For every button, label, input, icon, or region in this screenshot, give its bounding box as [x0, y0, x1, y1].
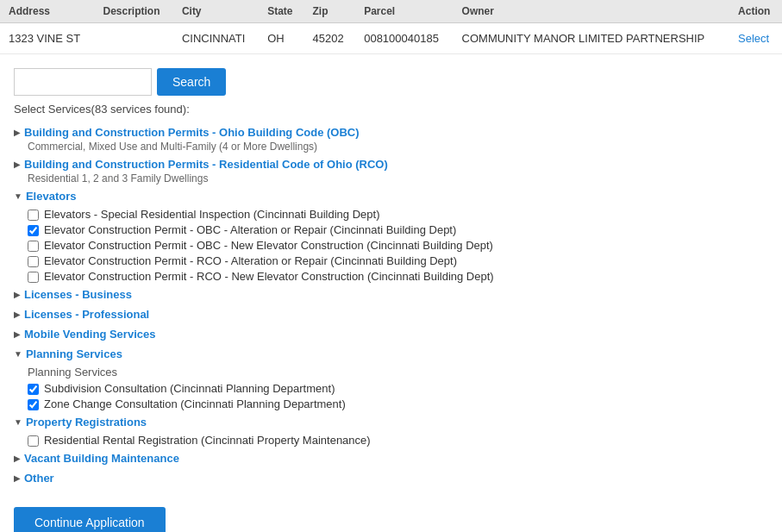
checkbox-label-elev4[interactable]: Elevator Construction Permit - RCO - Alt… — [44, 254, 457, 267]
group-items-property-registrations: Residential Rental Registration (Cincinn… — [28, 434, 768, 447]
service-group-elevators: ▼ElevatorsElevators - Special Residentia… — [14, 188, 768, 283]
checkbox-label-elev5[interactable]: Elevator Construction Permit - RCO - New… — [44, 270, 494, 283]
checkbox-elev5[interactable] — [28, 272, 39, 283]
service-group-licenses-business: ▶Licenses - Business — [14, 286, 768, 303]
checkbox-item-prop1: Residential Rental Registration (Cincinn… — [28, 434, 768, 447]
service-group-planning: ▼Planning ServicesPlanning ServicesSubdi… — [14, 346, 768, 410]
expand-arrow-icon: ▶ — [14, 329, 21, 339]
checkbox-item-plan2: Zone Change Consultation (Cincinnati Pla… — [28, 397, 768, 410]
group-items-planning: Planning ServicesSubdivision Consultatio… — [28, 366, 768, 410]
cell-owner: COMMUNITY MANOR LIMITED PARTNERSHIP — [454, 23, 729, 54]
service-group-property-registrations: ▼Property RegistrationsResidential Renta… — [14, 414, 768, 447]
cell-description — [95, 23, 173, 54]
cell-parcel: 008100040185 — [355, 23, 453, 54]
group-header-rco[interactable]: ▶Building and Construction Permits - Res… — [14, 156, 768, 172]
group-title-vacant-building: Vacant Building Maintenance — [24, 452, 179, 465]
search-input[interactable] — [14, 68, 152, 96]
cell-action: Select — [729, 23, 782, 54]
continue-area: Continue Application — [0, 490, 782, 532]
checkbox-item-elev1: Elevators - Special Residential Inspecti… — [28, 208, 768, 221]
services-label: Select Services(83 services found): — [14, 103, 768, 116]
table-header-zip: Zip — [304, 0, 356, 23]
group-title-obc: Building and Construction Permits - Ohio… — [24, 126, 360, 139]
expand-arrow-icon: ▶ — [14, 160, 21, 169]
group-header-vacant-building[interactable]: ▶Vacant Building Maintenance — [14, 450, 768, 466]
cell-address: 1323 VINE ST — [0, 23, 95, 54]
group-title-elevators: Elevators — [26, 190, 77, 203]
table-header-description: Description — [95, 0, 173, 23]
checkbox-plan2[interactable] — [28, 399, 39, 410]
collapse-arrow-icon: ▼ — [14, 417, 22, 427]
collapse-arrow-icon: ▼ — [14, 191, 22, 201]
expand-arrow-icon: ▶ — [14, 290, 21, 299]
group-header-planning[interactable]: ▼Planning Services — [14, 346, 768, 362]
table-header-parcel: Parcel — [355, 0, 453, 23]
checkbox-label-elev3[interactable]: Elevator Construction Permit - OBC - New… — [44, 239, 493, 252]
group-title-planning: Planning Services — [26, 347, 122, 360]
services-area: ▶Building and Construction Permits - Ohi… — [0, 124, 782, 486]
group-header-other[interactable]: ▶Other — [14, 470, 768, 486]
expand-arrow-icon: ▶ — [14, 473, 21, 483]
checkbox-prop1[interactable] — [28, 435, 39, 447]
checkbox-label-plan2[interactable]: Zone Change Consultation (Cincinnati Pla… — [44, 397, 346, 410]
checkbox-plan1[interactable] — [28, 384, 39, 395]
search-row: Search — [14, 68, 768, 96]
group-header-obc[interactable]: ▶Building and Construction Permits - Ohi… — [14, 124, 768, 141]
search-area: Search Select Services(83 services found… — [0, 54, 782, 116]
collapse-arrow-icon: ▼ — [14, 349, 22, 359]
checkbox-item-plan1: Subdivision Consultation (Cincinnati Pla… — [28, 382, 768, 395]
table-header-owner: Owner — [454, 0, 729, 23]
group-title-other: Other — [24, 472, 54, 485]
cell-state: OH — [259, 23, 303, 54]
checkbox-item-elev3: Elevator Construction Permit - OBC - New… — [28, 239, 768, 252]
service-group-other: ▶Other — [14, 470, 768, 486]
expand-arrow-icon: ▶ — [14, 128, 21, 137]
group-subtitle-obc: Commercial, Mixed Use and Multi-Family (… — [28, 141, 768, 153]
group-title-property-registrations: Property Registrations — [26, 416, 147, 429]
checkbox-elev2[interactable] — [28, 225, 39, 236]
table-header-address: Address — [0, 0, 95, 23]
group-header-property-registrations[interactable]: ▼Property Registrations — [14, 414, 768, 430]
results-table: AddressDescriptionCityStateZipParcelOwne… — [0, 0, 782, 54]
group-title-mobile-vending: Mobile Vending Services — [24, 328, 155, 341]
group-header-licenses-business[interactable]: ▶Licenses - Business — [14, 286, 768, 303]
checkbox-label-elev1[interactable]: Elevators - Special Residential Inspecti… — [44, 208, 379, 221]
checkbox-label-elev2[interactable]: Elevator Construction Permit - OBC - Alt… — [44, 223, 456, 236]
checkbox-item-elev5: Elevator Construction Permit - RCO - New… — [28, 270, 768, 283]
table-header-state: State — [259, 0, 303, 23]
cell-zip: 45202 — [304, 23, 356, 54]
group-title-licenses-professional: Licenses - Professional — [24, 308, 149, 321]
checkbox-label-plan1[interactable]: Subdivision Consultation (Cincinnati Pla… — [44, 382, 335, 395]
group-header-elevators[interactable]: ▼Elevators — [14, 188, 768, 204]
group-items-elevators: Elevators - Special Residential Inspecti… — [28, 208, 768, 283]
service-group-mobile-vending: ▶Mobile Vending Services — [14, 326, 768, 342]
service-group-vacant-building: ▶Vacant Building Maintenance — [14, 450, 768, 466]
checkbox-elev4[interactable] — [28, 256, 39, 267]
group-title-rco: Building and Construction Permits - Resi… — [24, 158, 388, 171]
group-header-mobile-vending[interactable]: ▶Mobile Vending Services — [14, 326, 768, 342]
expand-arrow-icon: ▶ — [14, 454, 21, 463]
expand-arrow-icon: ▶ — [14, 310, 21, 319]
table-row: 1323 VINE STCINCINNATIOH4520200810004018… — [0, 23, 782, 54]
checkbox-elev1[interactable] — [28, 210, 39, 221]
checkbox-label-prop1[interactable]: Residential Rental Registration (Cincinn… — [44, 434, 371, 447]
checkbox-elev3[interactable] — [28, 241, 39, 252]
select-link[interactable]: Select — [738, 32, 769, 45]
search-button[interactable]: Search — [157, 68, 226, 96]
service-group-rco: ▶Building and Construction Permits - Res… — [14, 156, 768, 185]
continue-application-button[interactable]: Continue Application — [14, 507, 166, 532]
checkbox-item-elev4: Elevator Construction Permit - RCO - Alt… — [28, 254, 768, 267]
cell-city: CINCINNATI — [173, 23, 259, 54]
group-subtitle-rco: Residential 1, 2 and 3 Family Dwellings — [28, 172, 768, 185]
service-group-obc: ▶Building and Construction Permits - Ohi… — [14, 124, 768, 153]
table-header-action: Action — [729, 0, 782, 23]
checkbox-item-elev2: Elevator Construction Permit - OBC - Alt… — [28, 223, 768, 236]
service-group-licenses-professional: ▶Licenses - Professional — [14, 306, 768, 322]
group-header-licenses-professional[interactable]: ▶Licenses - Professional — [14, 306, 768, 322]
group-items-label-planning: Planning Services — [28, 366, 768, 379]
group-title-licenses-business: Licenses - Business — [24, 288, 132, 301]
table-header-city: City — [173, 0, 259, 23]
